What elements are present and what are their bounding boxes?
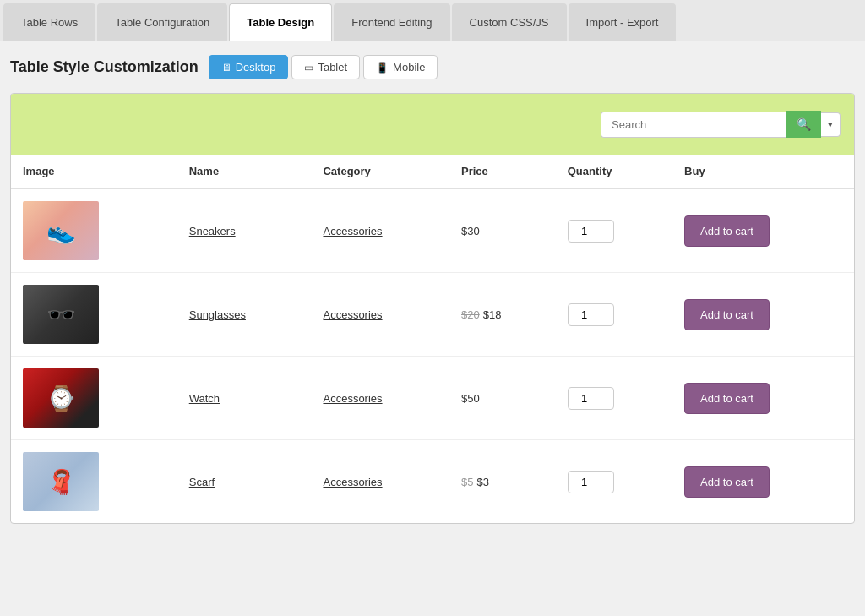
product-buy-cell: Add to cart	[672, 357, 854, 440]
tablet-icon: ▭	[304, 62, 313, 74]
product-category-link[interactable]: Accessories	[323, 225, 382, 237]
price-original: $20	[461, 308, 480, 321]
quantity-input[interactable]	[568, 303, 614, 326]
product-name-cell: Watch	[177, 357, 312, 440]
price-sale: $18	[483, 308, 502, 321]
product-name-link[interactable]: Sneakers	[189, 225, 236, 237]
page-title: Table Style Customization	[10, 58, 199, 76]
add-to-cart-button[interactable]: Add to cart	[684, 299, 770, 330]
view-buttons: 🖥 Desktop ▭ Tablet 📱 Mobile	[209, 55, 438, 79]
col-header-buy: Buy	[672, 155, 854, 188]
product-name-cell: Scarf	[177, 440, 312, 524]
product-quantity-cell	[556, 273, 672, 357]
desktop-icon: 🖥	[221, 62, 231, 74]
product-name-cell: Sunglasses	[177, 273, 312, 357]
desktop-view-button[interactable]: 🖥 Desktop	[209, 55, 289, 79]
search-dropdown-button[interactable]: ▾	[821, 112, 841, 137]
product-price-cell: $30	[449, 188, 556, 273]
data-table: Image Name Category Price Quantity Buy 👟…	[11, 155, 854, 523]
table-header-bar: 🔍 ▾	[11, 94, 854, 155]
price-original: $5	[461, 476, 473, 488]
search-button[interactable]: 🔍	[786, 111, 821, 138]
col-header-price: Price	[449, 155, 556, 188]
price-regular: $30	[461, 225, 480, 237]
mobile-icon: 📱	[376, 62, 389, 74]
product-image-scarf: 🧣	[23, 452, 99, 511]
tablet-label: Tablet	[318, 61, 347, 74]
quantity-input[interactable]	[568, 471, 614, 493]
search-icon: 🔍	[797, 117, 811, 131]
quantity-input[interactable]	[568, 220, 614, 243]
add-to-cart-button[interactable]: Add to cart	[684, 466, 770, 498]
add-to-cart-button[interactable]: Add to cart	[684, 383, 770, 414]
price-regular: $50	[461, 392, 480, 405]
table-row: 🕶️SunglassesAccessories$20$18Add to cart	[11, 273, 854, 357]
product-name-link[interactable]: Sunglasses	[189, 308, 246, 321]
tab-table-rows[interactable]: Table Rows	[3, 3, 95, 41]
product-category-link[interactable]: Accessories	[323, 308, 382, 321]
desktop-label: Desktop	[236, 61, 276, 74]
product-category-cell: Accessories	[311, 440, 449, 524]
chevron-down-icon: ▾	[828, 119, 833, 129]
product-image-watch: ⌚	[23, 368, 99, 428]
product-quantity-cell	[556, 440, 672, 524]
table-row: 🧣ScarfAccessories$5$3Add to cart	[11, 440, 854, 524]
product-name-link[interactable]: Scarf	[189, 476, 215, 488]
product-image-sneakers: 👟	[23, 201, 99, 260]
product-image-sunglasses: 🕶️	[23, 285, 99, 344]
product-buy-cell: Add to cart	[672, 188, 854, 273]
add-to-cart-button[interactable]: Add to cart	[684, 215, 770, 247]
tablet-view-button[interactable]: ▭ Tablet	[291, 55, 360, 79]
table-container: 🔍 ▾ Image Name Category Price Quantity B…	[10, 93, 855, 524]
search-wrapper: 🔍 ▾	[601, 111, 841, 138]
tab-bar: Table Rows Table Configuration Table Des…	[0, 0, 865, 41]
mobile-label: Mobile	[393, 61, 425, 74]
mobile-view-button[interactable]: 📱 Mobile	[363, 55, 438, 79]
product-category-link[interactable]: Accessories	[323, 476, 382, 488]
product-buy-cell: Add to cart	[672, 273, 854, 357]
col-header-image: Image	[11, 155, 177, 188]
quantity-input[interactable]	[568, 387, 614, 410]
page-content: Table Style Customization 🖥 Desktop ▭ Ta…	[0, 41, 865, 534]
table-row: 👟SneakersAccessories$30Add to cart	[11, 188, 854, 273]
col-header-quantity: Quantity	[556, 155, 672, 188]
col-header-category: Category	[311, 155, 449, 188]
product-name-cell: Sneakers	[177, 188, 312, 273]
product-image-cell: 👟	[11, 188, 177, 273]
tab-table-design[interactable]: Table Design	[229, 3, 332, 41]
table-row: ⌚WatchAccessories$50Add to cart	[11, 357, 854, 440]
price-sale: $3	[476, 476, 488, 488]
product-category-cell: Accessories	[311, 188, 449, 273]
col-header-name: Name	[177, 155, 312, 188]
tab-table-configuration[interactable]: Table Configuration	[97, 3, 227, 41]
product-quantity-cell	[556, 357, 672, 440]
product-image-cell: ⌚	[11, 357, 177, 440]
product-image-cell: 🕶️	[11, 273, 177, 357]
product-image-cell: 🧣	[11, 440, 177, 524]
product-category-link[interactable]: Accessories	[323, 392, 382, 405]
product-category-cell: Accessories	[311, 357, 449, 440]
style-header: Table Style Customization 🖥 Desktop ▭ Ta…	[10, 55, 855, 79]
tab-frontend-editing[interactable]: Frontend Editing	[334, 3, 449, 41]
product-price-cell: $5$3	[449, 440, 556, 524]
search-input[interactable]	[601, 112, 786, 138]
product-price-cell: $50	[449, 357, 556, 440]
product-price-cell: $20$18	[449, 273, 556, 357]
product-buy-cell: Add to cart	[672, 440, 854, 524]
product-name-link[interactable]: Watch	[189, 392, 220, 405]
tab-custom-css-js[interactable]: Custom CSS/JS	[452, 3, 567, 41]
product-category-cell: Accessories	[311, 273, 449, 357]
table-header-row: Image Name Category Price Quantity Buy	[11, 155, 854, 188]
product-quantity-cell	[556, 188, 672, 273]
tab-import-export[interactable]: Import - Export	[569, 3, 677, 41]
